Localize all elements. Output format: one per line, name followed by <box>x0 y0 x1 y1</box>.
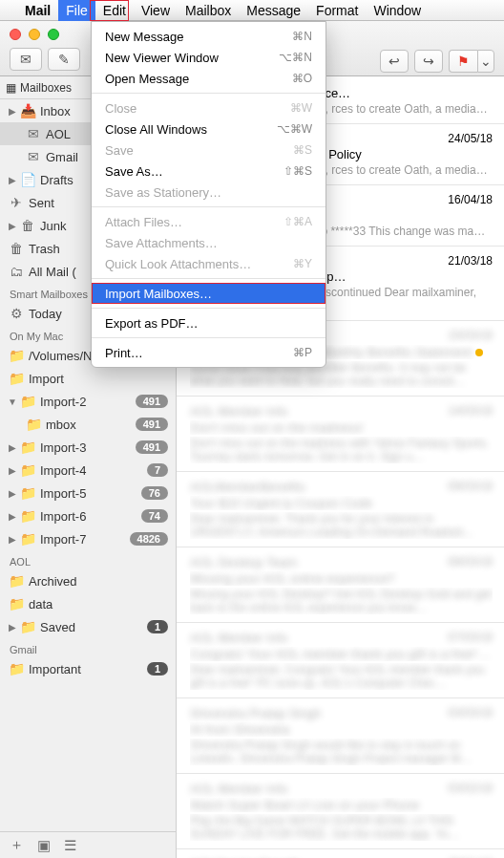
menu-separator <box>92 278 326 279</box>
sidebar-icon: ▦ <box>6 81 16 95</box>
message-preview: Dear mailxaminer, Thank you for your int… <box>190 512 493 539</box>
message-date: 15/03/18 <box>448 329 493 343</box>
message-row[interactable]: AOLMemberBenefit25/01/18 <box>177 849 504 858</box>
menu-window[interactable]: Window <box>366 0 429 21</box>
sidebar-archived[interactable]: 📁Archived <box>0 569 176 592</box>
file-menu-attach-files: Attach Files…⇧⌘A <box>92 211 326 232</box>
file-menu-export-as-pdf[interactable]: Export as PDF… <box>92 312 326 333</box>
close-window-button[interactable] <box>10 29 21 40</box>
message-subject: Don't miss out on the madness! <box>190 420 493 435</box>
menubar: Mail File Edit View Mailbox Message Form… <box>0 0 504 21</box>
file-menu-open-message[interactable]: Open Message⌘O <box>92 68 326 89</box>
message-subject: Congrats! Your AOL member thank you gift… <box>190 647 493 661</box>
flag-button-group: ⚑ ⌄ <box>449 50 494 73</box>
file-menu-new-message[interactable]: New Message⌘N <box>92 26 326 47</box>
file-menu-close: Close⌘W <box>92 97 326 118</box>
sidebar-import5[interactable]: ▶📁Import-576 <box>0 482 176 504</box>
file-menu-import-mailboxes[interactable]: Import Mailboxes… <box>92 283 326 304</box>
menu-mailbox[interactable]: Mailbox <box>178 0 239 21</box>
message-row[interactable]: Shivendra Pratap Singh03/03/18Hi from Sh… <box>177 698 504 774</box>
zoom-window-button[interactable] <box>48 29 59 40</box>
message-date: 03/02/18 <box>448 782 493 796</box>
message-from: AOL Member Info <box>190 404 287 418</box>
menu-view[interactable]: View <box>134 0 178 21</box>
message-preview: Missing your AOL Desktop? Get AOL Deskto… <box>190 588 493 614</box>
sidebar-import7[interactable]: ▶📁Import-74826 <box>0 527 176 550</box>
message-subject: Missing your AOL online experience? <box>190 571 493 586</box>
message-subject: Watch Super Bowl LII Live on your Phone <box>190 798 493 812</box>
message-date: 14/03/18 <box>448 404 493 418</box>
message-date: 09/03/18 <box>448 480 493 494</box>
file-menu-quick-look-attachments: Quick Look Attachments…⌘Y <box>92 253 326 274</box>
message-date: 24/05/18 <box>448 132 493 145</box>
message-subject: Hi from Shivendra <box>190 722 493 737</box>
message-date: 03/03/18 <box>448 706 493 720</box>
forward-button[interactable]: ↪ <box>414 50 443 73</box>
file-menu-save-as-stationery: Save as Stationery… <box>92 182 326 203</box>
minimize-window-button[interactable] <box>29 29 40 40</box>
action-menu-button[interactable]: ☰ <box>64 837 76 854</box>
menu-separator <box>92 93 326 94</box>
message-row[interactable]: AOL Desktop Team08/03/18Missing your AOL… <box>177 547 504 623</box>
menu-edit[interactable]: Edit <box>95 0 134 21</box>
file-menu-save: Save⌘S <box>92 139 326 161</box>
message-date: 21/03/18 <box>448 254 493 268</box>
message-preview: Shivendra Pratap Singh would like to sta… <box>190 739 493 765</box>
gmail-section-header: Gmail <box>0 638 176 657</box>
message-row[interactable]: AOLMemberBenefits09/03/18Your $10 Urgent… <box>177 472 504 547</box>
sidebar-data[interactable]: 📁data <box>0 592 176 615</box>
message-from: AOLMemberBenefits <box>190 480 305 494</box>
message-date: 08/03/18 <box>448 555 493 569</box>
message-date: 07/03/18 <box>448 631 493 645</box>
sidebar-important[interactable]: 📁Important1 <box>0 657 176 680</box>
sidebar-import[interactable]: 📁Import <box>0 367 176 390</box>
menu-file[interactable]: File <box>58 0 95 21</box>
reply-button[interactable]: ↩ <box>380 50 409 73</box>
file-menu-dropdown: New Message⌘NNew Viewer Window⌥⌘NOpen Me… <box>91 21 326 368</box>
add-button[interactable]: ＋ <box>10 836 24 854</box>
sidebar-saved[interactable]: ▶📁Saved1 <box>0 615 176 638</box>
message-from: AOL Member Info <box>190 631 287 645</box>
message-row[interactable]: AOL Member Info03/02/18Watch Super Bowl … <box>177 774 504 849</box>
aol-section-header: AOL <box>0 550 176 569</box>
sidebar-import2[interactable]: ▼📁Import-2491 <box>0 390 176 413</box>
compose-button[interactable]: ✎ <box>48 48 80 71</box>
message-date: 16/04/18 <box>448 193 493 206</box>
show-hide-button[interactable]: ▣ <box>37 837 51 854</box>
menu-separator <box>92 308 326 309</box>
message-from: AOL Member Info <box>190 782 287 796</box>
mailboxes-label: Mailboxes <box>20 81 72 95</box>
sidebar-import6[interactable]: ▶📁Import-674 <box>0 504 176 527</box>
file-menu-save-attachments: Save Attachments… <box>92 232 326 253</box>
get-mail-button[interactable]: ✉ <box>10 48 42 71</box>
unread-dot <box>475 349 483 356</box>
sidebar-mbox[interactable]: 📁mbox491 <box>0 413 176 436</box>
menu-format[interactable]: Format <box>308 0 366 21</box>
file-menu-new-viewer-window[interactable]: New Viewer Window⌥⌘N <box>92 47 326 68</box>
message-row[interactable]: AOL Member Info14/03/18Don't miss out on… <box>177 397 504 472</box>
menu-app[interactable]: Mail <box>17 0 58 21</box>
message-from: AOL Desktop Team <box>190 555 297 569</box>
sidebar-footer: ＋ ▣ ☰ <box>0 831 176 858</box>
menu-separator <box>92 337 326 338</box>
message-subject: Your $10 Urgent.ly Coupon Code <box>190 496 493 510</box>
flag-button[interactable]: ⚑ <box>449 50 477 73</box>
message-preview: Don't miss out on the madness with Yahoo… <box>190 437 493 463</box>
sidebar-import4[interactable]: ▶📁Import-47 <box>0 459 176 482</box>
sidebar-import3[interactable]: ▶📁Import-3491 <box>0 436 176 459</box>
message-row[interactable]: AOL Member Info07/03/18Congrats! Your AO… <box>177 623 504 698</box>
flag-menu-button[interactable]: ⌄ <box>477 50 494 73</box>
file-menu-print[interactable]: Print…⌘P <box>92 342 326 363</box>
file-menu-close-all-windows[interactable]: Close All Windows⌥⌘W <box>92 118 326 139</box>
menu-separator <box>92 206 326 207</box>
window-controls <box>10 29 59 40</box>
message-from: Shivendra Pratap Singh <box>190 706 321 720</box>
message-preview: Play the Big Game WATCH SUPER BOWL LII T… <box>190 814 493 841</box>
menu-message[interactable]: Message <box>239 0 308 21</box>
message-preview: Dear mailxaminer, Congrats! Your AOL mem… <box>190 663 493 690</box>
file-menu-save-as[interactable]: Save As…⇧⌘S <box>92 161 326 182</box>
